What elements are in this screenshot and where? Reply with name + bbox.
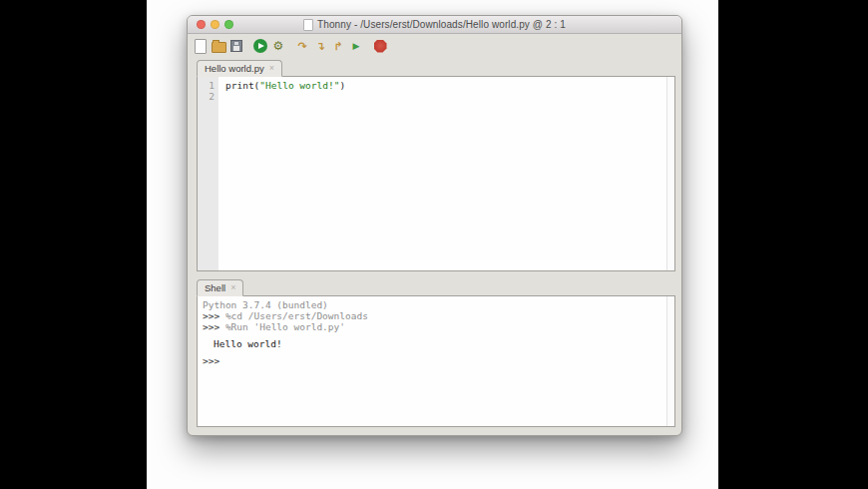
code-call: print( [225, 80, 259, 91]
new-file-icon [195, 39, 207, 54]
save-floppy-icon [230, 40, 242, 52]
step-into-button[interactable]: ↴ [312, 38, 328, 54]
editor-panel[interactable]: 1 2 print("Hello world!") [197, 76, 675, 271]
shell-command-run: %Run 'Hello world.py' [225, 321, 345, 332]
shell-tab[interactable]: Shell × [197, 279, 243, 296]
editor-tab-close-icon[interactable]: × [269, 64, 274, 73]
document-proxy-icon [303, 19, 313, 31]
traffic-lights [197, 20, 233, 29]
step-over-icon: ↷ [297, 41, 306, 52]
shell-panel[interactable]: Python 3.7.4 (bundled) >>> %cd /Users/er… [197, 295, 675, 427]
step-out-button[interactable]: ↱ [330, 38, 346, 54]
code-line: print("Hello world!") [225, 80, 674, 91]
open-folder-icon [212, 42, 226, 53]
thonny-window: Thonny - /Users/erst/Downloads/Hello wor… [187, 15, 682, 436]
shell-output-area: Python 3.7.4 (bundled) >>> %cd /Users/er… [198, 296, 674, 366]
close-window-button[interactable] [197, 20, 206, 29]
shell-tab-label: Shell [205, 282, 225, 293]
open-file-button[interactable] [211, 38, 226, 54]
letterbox-right [718, 0, 868, 489]
run-play-icon [253, 39, 267, 53]
shell-prompt: >>> [203, 310, 225, 321]
step-out-icon: ↱ [333, 41, 342, 52]
code-paren: ) [339, 80, 345, 91]
shell-tab-close-icon[interactable]: × [230, 283, 235, 292]
window-title-text: Thonny - /Users/erst/Downloads/Hello wor… [317, 19, 566, 30]
shell-scrollbar[interactable] [666, 296, 674, 426]
editor-tab-label: Hello world.py [205, 63, 264, 74]
resume-play-icon: ▶ [353, 42, 360, 51]
code-string: "Hello world!" [259, 80, 339, 91]
toolbar: ⚙ ↷ ↴ ↱ ▶ [188, 33, 681, 59]
new-file-button[interactable] [193, 38, 209, 54]
shell-prompt: >>> [203, 355, 674, 366]
stop-sign-icon [374, 40, 387, 53]
window-title: Thonny - /Users/erst/Downloads/Hello wor… [303, 19, 566, 31]
save-file-button[interactable] [228, 38, 244, 54]
shell-command-cd: %cd /Users/erst/Downloads [225, 310, 368, 321]
step-over-button[interactable]: ↷ [294, 38, 310, 54]
shell-banner: Python 3.7.4 (bundled) [203, 299, 674, 310]
run-script-button[interactable] [252, 38, 268, 54]
shell-program-output: Hello world! [203, 338, 674, 349]
shell-prompt: >>> [203, 321, 225, 332]
code-area[interactable]: print("Hello world!") [218, 77, 674, 270]
title-bar[interactable]: Thonny - /Users/erst/Downloads/Hello wor… [188, 16, 681, 34]
stop-restart-button[interactable] [372, 38, 388, 54]
editor-scrollbar[interactable] [666, 77, 674, 270]
shell-command-line: >>> %Run 'Hello world.py' [203, 321, 674, 332]
resume-button[interactable]: ▶ [348, 38, 364, 54]
minimize-window-button[interactable] [211, 20, 219, 29]
line-number: 1 [198, 80, 215, 91]
shell-command-line: >>> %cd /Users/erst/Downloads [203, 310, 674, 321]
zoom-window-button[interactable] [224, 20, 233, 29]
line-number-gutter: 1 2 [198, 77, 218, 270]
debug-gear-icon: ⚙ [273, 40, 284, 52]
letterbox-left [0, 0, 147, 489]
step-into-icon: ↴ [315, 41, 324, 52]
line-number: 2 [198, 91, 215, 102]
editor-tab[interactable]: Hello world.py × [197, 60, 282, 77]
debug-script-button[interactable]: ⚙ [270, 38, 286, 54]
